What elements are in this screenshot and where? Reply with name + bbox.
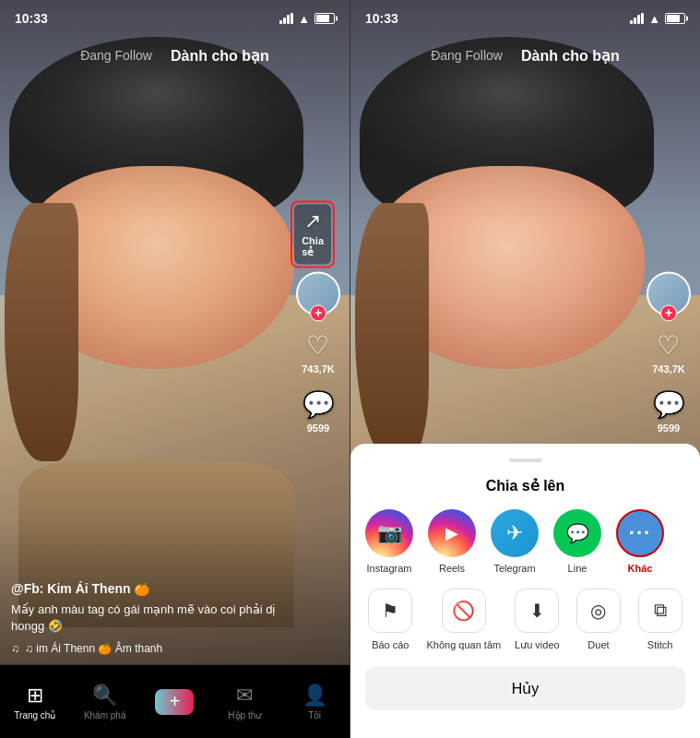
comment-button[interactable]: 💬 9599 (303, 389, 335, 434)
username[interactable]: @Fb: Kim Ái Thenn 🍊 (11, 581, 285, 596)
right-like-count: 743,7K (652, 363, 684, 375)
telegram-label: Telegram (493, 563, 535, 574)
save-video-icon: ⬇ (515, 589, 559, 633)
for-you-tab[interactable]: Dành cho bạn (171, 47, 269, 65)
inbox-icon: ✉ (236, 684, 253, 708)
cancel-label: Hủy (512, 680, 540, 697)
right-comment-count: 9599 (658, 423, 680, 434)
duet-label: Duet (587, 638, 609, 651)
share-app-telegram[interactable]: ✈ Telegram (483, 509, 546, 574)
audio-info[interactable]: ♫ ♫ im Ái Thenn 🍊 Âm thanh (11, 642, 285, 655)
right-like-button[interactable]: ♡ 743,7K (652, 330, 684, 375)
share-app-reels[interactable]: ▶ Reels (421, 509, 483, 574)
stitch-icon: ⧉ (638, 589, 682, 633)
nav-inbox[interactable]: ✉ Hộp thư (209, 684, 279, 720)
right-following-tab[interactable]: Đang Follow (431, 48, 503, 63)
bottom-nav: ⊞ Trang chủ 🔍 Khám phá + ✉ Hộp thư 👤 Tôi (0, 664, 350, 738)
audio-text: ♫ im Ái Thenn 🍊 Âm thanh (25, 642, 162, 655)
share-action-report[interactable]: ⚑ Báo cáo (365, 589, 416, 651)
other-label: Khác (628, 563, 653, 574)
sheet-handle (509, 458, 542, 462)
share-action-save[interactable]: ⬇ Lưu video (512, 589, 563, 651)
home-label: Trang chủ (14, 710, 55, 720)
right-for-you-tab[interactable]: Dành cho bạn (521, 47, 620, 65)
search-icon: 🔍 (92, 684, 117, 708)
status-icons: ▲ (279, 12, 335, 26)
like-button[interactable]: ♡ 743,7K (302, 330, 334, 375)
home-icon: ⊞ (27, 684, 43, 708)
right-phone: 10:33 ▲ Đang Follow Dành cho bạn + ♡ 743… (350, 0, 700, 738)
left-phone: 10:33 ▲ Đang Follow Dành cho bạn + ♡ 743… (0, 0, 350, 738)
like-count: 743,7K (302, 363, 334, 375)
comment-count: 9599 (307, 423, 329, 434)
share-icon: ↗ (304, 209, 321, 233)
right-nav-header: Đang Follow Dành cho bạn (350, 37, 700, 74)
telegram-icon: ✈ (491, 509, 539, 557)
right-heart-icon: ♡ (657, 330, 680, 361)
right-status-bar: 10:33 ▲ (350, 0, 700, 37)
not-interested-label: Không quan tâm (426, 638, 501, 651)
report-icon: ⚑ (368, 589, 412, 633)
right-side-actions: + ♡ 743,7K 💬 9599 (647, 271, 691, 434)
caption: Mấy anh màu tag có gái mạnh mẽ vào coi p… (11, 601, 285, 635)
share-action-duet[interactable]: ◎ Duet (573, 589, 623, 651)
share-app-instagram[interactable]: 📷 Instagram (358, 509, 421, 574)
share-action-stitch[interactable]: ⧉ Stitch (635, 589, 685, 651)
add-icon[interactable]: + (155, 689, 194, 715)
right-wifi-icon: ▲ (648, 12, 660, 26)
profile-icon: 👤 (303, 684, 327, 708)
share-title: Chia sẻ lên (350, 473, 700, 494)
instagram-icon: 📷 (365, 509, 413, 557)
right-comment-icon: 💬 (653, 389, 685, 420)
comment-icon: 💬 (303, 389, 335, 420)
time: 10:33 (15, 11, 48, 26)
right-time: 10:33 (365, 11, 398, 26)
right-signal-icon (630, 13, 644, 24)
share-apps-row: 📷 Instagram ▶ Reels ✈ Telegram (350, 509, 700, 574)
nav-discover[interactable]: 🔍 Khám phá (70, 684, 140, 720)
status-bar: 10:33 ▲ (0, 0, 350, 37)
signal-icon (279, 13, 293, 24)
share-button[interactable]: ↗ Chia sẻ (294, 204, 331, 264)
instagram-label: Instagram (367, 563, 412, 574)
share-action-not-interested[interactable]: 🚫 Không quan tâm (426, 589, 501, 651)
right-avatar-container[interactable]: + (647, 271, 691, 315)
not-interested-icon: 🚫 (442, 589, 486, 633)
video-info: @Fb: Kim Ái Thenn 🍊 Mấy anh màu tag có g… (11, 581, 285, 655)
report-label: Báo cáo (372, 638, 409, 651)
nav-home[interactable]: ⊞ Trang chủ (0, 684, 70, 720)
right-comment-button[interactable]: 💬 9599 (653, 389, 685, 434)
battery-icon (314, 13, 335, 24)
save-video-label: Lưu video (515, 638, 560, 651)
profile-label: Tôi (308, 710, 321, 720)
share-app-line[interactable]: 💬 Line (546, 509, 609, 574)
nav-profile[interactable]: 👤 Tôi (279, 684, 350, 720)
inbox-label: Hộp thư (228, 710, 261, 720)
line-label: Line (568, 563, 587, 574)
discover-label: Khám phá (84, 710, 126, 720)
nav-header: Đang Follow Dành cho bạn (0, 37, 350, 74)
music-note-icon: ♫ (11, 642, 19, 655)
avatar-container[interactable]: + (296, 271, 340, 315)
right-battery-icon (665, 13, 685, 24)
right-status-icons: ▲ (630, 12, 685, 26)
share-actions-row: ⚑ Báo cáo 🚫 Không quan tâm ⬇ Lưu video ◎… (350, 589, 700, 651)
share-highlight-box: ↗ Chia sẻ (291, 200, 335, 268)
right-follow-button[interactable]: + (660, 304, 677, 321)
reels-icon: ▶ (428, 509, 476, 557)
duet-icon: ◎ (576, 589, 621, 633)
nav-add[interactable]: + (140, 689, 210, 715)
other-icon: ··· (616, 509, 664, 557)
reels-label: Reels (439, 563, 465, 574)
share-sheet: Chia sẻ lên 📷 Instagram ▶ Reels ✈ (350, 444, 700, 738)
following-tab[interactable]: Đang Follow (80, 48, 152, 63)
share-label: Chia sẻ (302, 235, 324, 258)
right-actions: + ♡ 743,7K 💬 9599 ↗ Chia sẻ (296, 271, 340, 434)
follow-button[interactable]: + (310, 304, 326, 321)
stitch-label: Stitch (647, 638, 673, 651)
cancel-button[interactable]: Hủy (365, 666, 685, 710)
heart-icon: ♡ (306, 330, 329, 361)
wifi-icon: ▲ (298, 12, 310, 26)
line-icon: 💬 (553, 509, 601, 557)
share-app-other[interactable]: ··· Khác (609, 509, 671, 574)
